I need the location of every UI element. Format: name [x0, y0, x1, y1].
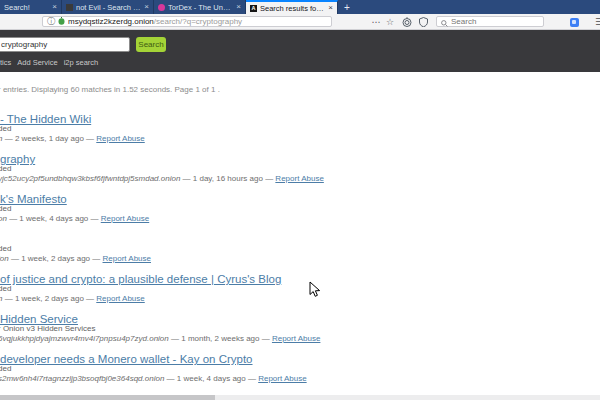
tab-bar: Search! × not Evil - Search Tor × TorDex…: [0, 0, 600, 14]
report-abuse-link[interactable]: Report Abuse: [96, 134, 144, 143]
report-abuse-link[interactable]: Report Abuse: [272, 334, 320, 343]
result-description: ded: [0, 204, 600, 214]
result-description: ded: [0, 284, 600, 294]
browser-window: Search! × not Evil - Search Tor × TorDex…: [0, 0, 600, 400]
result-meta: ion — 1 week, 2 days ago — Report Abuse: [0, 254, 600, 264]
close-icon[interactable]: ×: [328, 4, 333, 12]
new-tab-button[interactable]: +: [338, 0, 356, 14]
result-meta: n — 1 week, 2 days ago — Report Abuse: [0, 294, 600, 304]
result-age: — 1 week, 2 days ago —: [9, 254, 103, 263]
page-actions-icon[interactable]: ⋯: [370, 14, 382, 30]
results-stats-line: r entries. Displaying 60 matches in 1.52…: [0, 85, 600, 95]
scrollbar-thumb[interactable]: [0, 395, 215, 400]
search-result: ded ion — 1 week, 2 days ago — Report Ab…: [0, 231, 600, 264]
close-icon[interactable]: ×: [52, 3, 57, 11]
url-path: /search/?q=cryptography: [154, 17, 242, 26]
tab-notevil[interactable]: not Evil - Search Tor ×: [62, 0, 154, 14]
tab-title: not Evil - Search Tor: [76, 3, 141, 12]
site-header: Search tics Add Service i2p search: [0, 30, 600, 72]
result-age: — 1 day, 16 hours ago —: [180, 174, 275, 183]
extension-icon[interactable]: [568, 14, 580, 30]
result-onion-url: s2mw6nh4i7rtagnzzljp3bsoqfbj0e364sqd.oni…: [0, 374, 164, 383]
search-result: developer needs a Monero wallet - Kay on…: [0, 351, 600, 384]
site-search-button[interactable]: Search: [136, 37, 166, 52]
tab-tordex[interactable]: TorDex - The Uncensored Tor Sea ×: [154, 0, 246, 14]
tor-onion-icon[interactable]: [400, 14, 414, 30]
search-icon: [441, 13, 448, 31]
result-description: ded: [0, 364, 600, 374]
result-title-link[interactable]: - The Hidden Wiki: [0, 113, 91, 125]
result-onion-url: ion: [0, 254, 9, 263]
notevil-favicon-icon: [66, 4, 73, 11]
result-age: — 1 week, 4 days ago —: [164, 374, 258, 383]
url-domain: msydqstlz2kzerdg.onion: [68, 17, 154, 26]
report-abuse-link[interactable]: Report Abuse: [258, 374, 306, 383]
horizontal-scrollbar[interactable]: [0, 395, 600, 400]
url-bar[interactable]: ⓘ msydqstlz2kzerdg.onion/search/?q=crypt…: [42, 16, 332, 27]
search-result: - The Hidden Wiki ded n — 2 weeks, 1 day…: [0, 111, 600, 144]
close-icon[interactable]: ×: [236, 3, 241, 11]
search-result: graphy ded yjc52ucy2pf5undbhqw3kbsf6fjfw…: [0, 151, 600, 184]
nav-link-statistics[interactable]: tics: [0, 58, 11, 67]
result-description: ded: [0, 244, 600, 254]
report-abuse-link[interactable]: Report Abuse: [101, 214, 149, 223]
result-age: — 1 week, 2 days ago —: [2, 294, 96, 303]
url-text: msydqstlz2kzerdg.onion/search/?q=cryptog…: [68, 17, 242, 26]
bookmark-star-icon[interactable]: ☆: [384, 14, 396, 30]
hamburger-menu-icon[interactable]: ☰: [592, 14, 600, 30]
result-meta: on — 1 week, 4 days ago — Report Abuse: [0, 214, 600, 224]
report-abuse-link[interactable]: Report Abuse: [103, 254, 151, 263]
result-age: — 1 week, 4 days ago —: [7, 214, 101, 223]
nav-link-add-service[interactable]: Add Service: [17, 58, 57, 67]
result-title-link[interactable]: of justice and crypto: a plausible defen…: [0, 273, 281, 285]
report-abuse-link[interactable]: Report Abuse: [275, 174, 323, 183]
result-description: ded: [0, 124, 600, 134]
site-info-icon[interactable]: ⓘ: [47, 17, 55, 26]
result-description: ded: [0, 164, 600, 174]
result-meta: yjc52ucy2pf5undbhqw3kbsf6fjfwntdpj5smdad…: [0, 174, 600, 184]
result-meta: n — 2 weeks, 1 day ago — Report Abuse: [0, 134, 600, 144]
result-age: — 1 month, 2 weeks ago —: [169, 334, 272, 343]
ahmia-favicon-icon: A: [250, 5, 257, 12]
result-description: r Onion v3 Hidden Services: [0, 324, 600, 334]
site-search-input[interactable]: [0, 37, 130, 52]
result-meta: s2mw6nh4i7rtagnzzljp3bsoqfbj0e364sqd.oni…: [0, 374, 600, 384]
result-onion-url: 6vqjukkhpjdyajmzwvr4mv4i7pnpsu4p7zyd.oni…: [0, 334, 169, 343]
result-title-link[interactable]: developer needs a Monero wallet - Kay on…: [0, 353, 253, 365]
tab-title: Search!: [4, 3, 49, 12]
onion-icon: [58, 17, 65, 27]
search-result: k's Manifesto ded on — 1 week, 4 days ag…: [0, 191, 600, 224]
toolbar-search-input[interactable]: [451, 17, 531, 26]
result-onion-url: yjc52ucy2pf5undbhqw3kbsf6fjfwntdpj5smdad…: [0, 174, 180, 183]
results-area: r entries. Displaying 60 matches in 1.52…: [0, 72, 600, 400]
tab-title: TorDex - The Uncensored Tor Sea: [168, 3, 233, 12]
result-meta: 6vqjukkhpjdyajmzwvr4mv4i7pnpsu4p7zyd.oni…: [0, 334, 600, 344]
nav-link-i2p-search[interactable]: i2p search: [64, 58, 99, 67]
tab-ahmia-active[interactable]: A Search results for cryptography ×: [246, 0, 338, 14]
result-onion-url: on: [0, 214, 7, 223]
navigation-toolbar: ⓘ msydqstlz2kzerdg.onion/search/?q=crypt…: [0, 14, 600, 30]
tab-title: Search results for cryptography: [260, 4, 325, 13]
close-icon[interactable]: ×: [144, 3, 149, 11]
noscript-shield-icon[interactable]: [416, 14, 430, 30]
tab-search[interactable]: Search! ×: [0, 0, 62, 14]
report-abuse-link[interactable]: Report Abuse: [96, 294, 144, 303]
site-nav: tics Add Service i2p search: [0, 58, 98, 67]
search-result: Hidden Service r Onion v3 Hidden Service…: [0, 311, 600, 344]
search-result: of justice and crypto: a plausible defen…: [0, 271, 600, 304]
tordex-favicon-icon: [158, 4, 165, 11]
toolbar-search-box[interactable]: [436, 16, 544, 27]
result-age: — 2 weeks, 1 day ago —: [2, 134, 96, 143]
